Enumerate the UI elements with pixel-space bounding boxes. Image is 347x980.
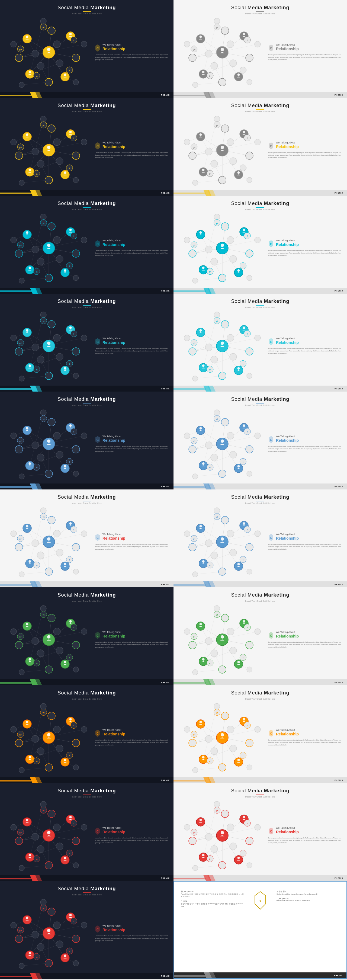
- body-text: Lorem ipsum dolor sit amet, consectetur …: [95, 641, 168, 648]
- slide-title: Social Media Marketing: [174, 788, 347, 794]
- decorative-c-icon: C: [95, 142, 100, 150]
- svg-rect-712: [0, 682, 33, 684]
- slide-footer: PHENIX: [174, 288, 347, 294]
- title-bold: Marketing: [91, 5, 116, 10]
- svg-point-513: [221, 439, 224, 442]
- svg-text:g+: g+: [19, 244, 22, 246]
- network-diagram: fting+yt: [5, 800, 92, 871]
- svg-point-970: [184, 824, 190, 830]
- svg-point-146: [81, 139, 87, 145]
- svg-text:g+: g+: [193, 244, 196, 246]
- svg-point-409: [218, 372, 226, 380]
- svg-text:C: C: [97, 536, 99, 539]
- talking-about-label: We Talking About: [102, 729, 125, 731]
- slide-subtitle: Insert Your Great Subtitle Here: [0, 111, 174, 113]
- footer-accent: [174, 484, 228, 490]
- svg-text:t: t: [243, 363, 244, 365]
- svg-point-137: [72, 152, 80, 159]
- svg-point-1024: [37, 943, 44, 950]
- svg-text:g+: g+: [19, 733, 22, 736]
- svg-point-571: [15, 543, 23, 551]
- text-area: C We Talking About Relationship Lorem ip…: [92, 729, 168, 746]
- svg-point-973: [193, 865, 198, 871]
- slide-header: Social Media Marketing Insert Your Great…: [0, 294, 174, 309]
- svg-point-464: [45, 470, 53, 477]
- svg-line-180: [195, 180, 222, 183]
- svg-point-686: [64, 661, 67, 663]
- svg-point-971: [255, 824, 261, 830]
- footer-accent: [174, 190, 228, 196]
- decorative-c-icon: C: [268, 729, 274, 737]
- slide-4: Social Media Marketing Insert Your Great…: [174, 98, 347, 196]
- body-text: Lorem ipsum dolor sit amet, consectetur …: [268, 739, 342, 746]
- svg-point-369: [73, 373, 79, 379]
- svg-text:in: in: [35, 662, 37, 664]
- svg-line-125: [22, 180, 49, 183]
- title-bold: Marketing: [91, 299, 116, 304]
- text-area: C We Talking About Relationship Lorem ip…: [266, 337, 342, 355]
- svg-point-903: [29, 854, 31, 856]
- svg-text:C: C: [270, 340, 272, 344]
- svg-text:yt: yt: [216, 124, 218, 126]
- svg-line-945: [203, 846, 233, 857]
- svg-text:C: C: [97, 830, 99, 833]
- talking-about-label: We Talking About: [102, 631, 125, 633]
- svg-point-419: [211, 356, 218, 363]
- svg-point-576: [64, 563, 67, 565]
- body-text: Lorem ipsum dolor sit amet, consectetur …: [268, 641, 342, 648]
- slide-subtitle: Insert Your Great Subtitle Here: [174, 13, 347, 14]
- svg-point-246: [64, 269, 67, 272]
- footer-accent: [174, 386, 228, 391]
- svg-point-694: [37, 650, 44, 657]
- svg-point-424: [247, 373, 252, 379]
- svg-line-70: [195, 82, 222, 85]
- svg-point-843: [221, 733, 224, 736]
- svg-point-361: [32, 344, 39, 351]
- svg-point-79: [218, 78, 226, 86]
- svg-text:f: f: [247, 137, 248, 139]
- title-bold: Marketing: [91, 200, 116, 206]
- svg-point-900: [26, 819, 29, 821]
- decorative-c-icon: C: [95, 729, 100, 737]
- svg-point-130: [26, 134, 29, 136]
- relationship-text: Relationship: [276, 47, 299, 51]
- title-bold: Marketing: [91, 103, 116, 108]
- network-diagram: fting+yt: [5, 506, 92, 577]
- svg-point-202: [214, 116, 220, 122]
- slide-19: Social Media Marketing Insert Your Great…: [0, 881, 174, 979]
- svg-point-518: [202, 462, 205, 465]
- svg-point-691: [32, 638, 39, 644]
- svg-point-917: [40, 801, 46, 807]
- network-diagram: fting+yt: [179, 800, 266, 871]
- svg-point-623: [221, 537, 224, 541]
- decorative-c-icon: C: [268, 142, 274, 150]
- svg-point-584: [37, 552, 44, 559]
- svg-point-423: [193, 376, 198, 381]
- footer-accent: [174, 92, 228, 98]
- svg-point-1014: [45, 959, 53, 967]
- svg-point-851: [237, 759, 240, 761]
- footer-brand: PHENIX: [161, 192, 170, 194]
- network-diagram: fting+yt: [5, 17, 92, 88]
- relationship-text: Relationship: [102, 732, 125, 736]
- relationship-text: Relationship: [276, 438, 299, 442]
- svg-point-39: [73, 80, 79, 85]
- svg-line-785: [22, 767, 49, 770]
- slide-footer: PHENIX: [0, 777, 174, 783]
- svg-point-683: [29, 658, 31, 660]
- footer-brand: PHENIX: [334, 780, 343, 781]
- svg-point-308: [229, 255, 237, 262]
- svg-text:yt: yt: [216, 418, 218, 420]
- svg-rect-492: [0, 486, 33, 488]
- svg-point-128: [47, 146, 51, 149]
- footer-accent: [174, 875, 228, 881]
- svg-point-634: [243, 522, 245, 525]
- slide-title: Social Media Marketing: [0, 592, 174, 598]
- svg-point-183: [221, 146, 224, 149]
- svg-text:t: t: [69, 363, 70, 365]
- svg-text:f: f: [73, 822, 74, 825]
- slide-row-8: Social Media Marketing Insert Your Great…: [0, 685, 347, 783]
- slide-footer: PHENIX: [0, 484, 174, 490]
- body-text: Lorem ipsum dolor sit amet, consectetur …: [95, 837, 168, 844]
- slide-content: fting+yt C We Talking About Relationship…: [0, 505, 174, 578]
